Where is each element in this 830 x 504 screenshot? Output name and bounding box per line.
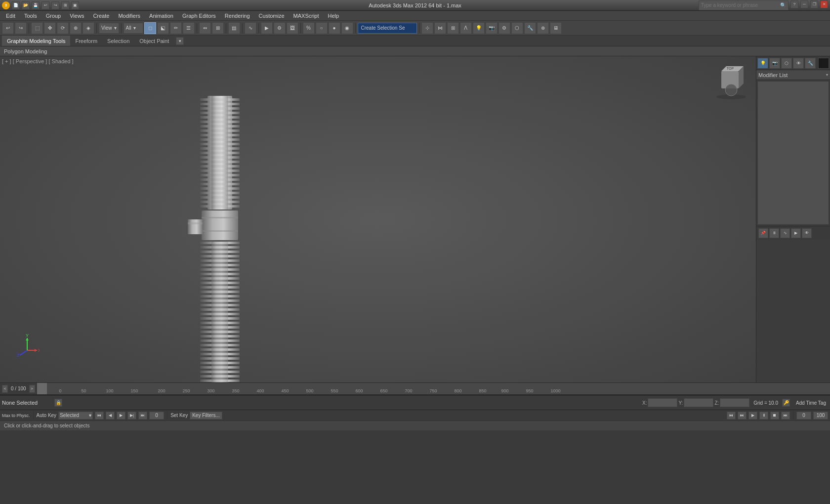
tl-next[interactable]: > [29,385,35,393]
tb-pct1[interactable]: % [303,22,315,34]
tb-render[interactable]: ▶ [261,22,273,34]
tb-scale[interactable]: ⊕ [70,22,82,34]
rp-icon-render[interactable]: ▶ [791,228,801,238]
tb-light[interactable]: 💡 [473,22,485,34]
frame-field[interactable] [149,412,164,420]
tl-prev[interactable]: < [2,385,8,393]
rp-icon-pin[interactable]: 📌 [758,228,768,238]
minimize-button[interactable]: ─ [800,0,808,8]
tb-redo-title[interactable]: ↪ [51,1,59,9]
anim-extra6[interactable]: ⏭ [781,412,790,420]
tb-more1[interactable]: ⊞ [61,1,69,9]
timeline-bar[interactable]: 0 50 100 150 200 250 300 350 400 450 500… [37,383,830,394]
anim-next-frame[interactable]: ▶| [127,412,136,420]
rp-color-swatch[interactable] [818,58,829,69]
modifier-list-area[interactable] [757,81,829,225]
tb-extra2[interactable]: ⬡ [511,22,523,34]
anim-extra2[interactable]: ⏭ [738,412,747,420]
menu-maxscript[interactable]: MAXScript [290,12,323,20]
key-filters-button[interactable]: Key Filters... [190,412,222,420]
menu-edit[interactable]: Edit [2,12,19,20]
gt-tab-graphite[interactable]: Graphite Modeling Tools [2,36,70,46]
anim-extra5[interactable]: ⏹ [770,412,779,420]
tb-move[interactable]: ✤ [44,22,56,34]
add-time-tag[interactable]: Add Time Tag [794,400,828,406]
rp-tab-display[interactable]: 👁 [793,58,804,69]
rp-tab-camera[interactable]: 📷 [769,58,780,69]
tb-pct4[interactable]: ◉ [341,22,353,34]
menu-customize[interactable]: Customize [255,12,289,20]
tb-camera[interactable]: 📷 [486,22,498,34]
tb-filter[interactable]: All ▾ [124,23,143,34]
gt-tab-object-paint[interactable]: Object Paint [134,36,174,46]
anim-to-end[interactable]: ⏭ [138,412,147,420]
tb-scale2[interactable]: ◈ [83,22,94,34]
modifier-list-arrow[interactable]: ▾ [826,73,828,77]
frame-field2[interactable] [796,412,811,420]
menu-create[interactable]: Create [89,12,113,20]
gt-tab-selection[interactable]: Selection [102,36,134,46]
tb-select-active[interactable]: ◻ [144,22,156,34]
tb-create-selection[interactable]: Create Selection Se [358,23,417,34]
anim-extra4[interactable]: ⏸ [759,412,768,420]
close-button[interactable]: ✕ [820,0,828,8]
menu-views[interactable]: Views [66,12,88,20]
tb-redo[interactable]: ↪ [15,22,27,34]
search-box[interactable]: 🔍 [699,0,788,10]
rp-tab-utils[interactable]: 🔧 [805,58,816,69]
tb-script[interactable]: Λ [460,22,472,34]
tb-snap2[interactable]: ⋈ [434,22,446,34]
z-field[interactable] [720,398,749,407]
rp-icon-show[interactable]: 👁 [802,228,812,238]
rp-tab-geo[interactable]: ⬡ [781,58,792,69]
anim-play[interactable]: ▶ [117,412,125,420]
x-field[interactable] [648,398,677,407]
tb-more2[interactable]: ▣ [71,1,79,9]
tb-extra5[interactable]: 🖥 [550,22,562,34]
rp-tab-light[interactable]: 💡 [757,58,768,69]
gt-tab-freeform[interactable]: Freeform [70,36,102,46]
help-icon[interactable]: ? [790,0,798,8]
tb-new[interactable]: 📄 [12,1,20,9]
tb-snap1[interactable]: ⊹ [421,22,433,34]
menu-graph-editors[interactable]: Graph Editors [178,12,220,20]
timeline-slider[interactable] [37,383,47,394]
tb-extra4[interactable]: ⊕ [537,22,549,34]
tb-array[interactable]: ⊞ [212,22,224,34]
key-icon[interactable]: 🔑 [782,399,790,407]
restore-button[interactable]: ❐ [810,0,818,8]
menu-help[interactable]: Help [324,12,343,20]
tb-save[interactable]: 💾 [32,1,40,9]
tb-curve[interactable]: ∿ [245,22,256,34]
gt-settings-icon[interactable]: ▾ [176,37,184,45]
y-field[interactable] [684,398,713,407]
main-viewport[interactable]: [ + ] [ Perspective ] [ Shaded ] [0,56,756,382]
orient-gizmo[interactable]: TOP [711,61,751,101]
tb-open[interactable]: 📂 [22,1,30,9]
anim-to-start[interactable]: ⏮ [95,412,104,420]
tb-render2[interactable]: ⚙ [274,22,286,34]
tb-rotate[interactable]: ⟳ [57,22,69,34]
tb-paint-sel[interactable]: ✏ [170,22,182,34]
tb-layer[interactable]: ▤ [228,22,240,34]
rp-icon-curve[interactable]: ∿ [780,228,790,238]
tb-extra1[interactable]: ⚙ [498,22,510,34]
menu-modifiers[interactable]: Modifiers [114,12,144,20]
tb-extra3[interactable]: 🔧 [524,22,536,34]
tb-snap3[interactable]: ⊞ [447,22,459,34]
tb-render3[interactable]: 🖼 [287,22,298,34]
search-input[interactable] [701,2,780,8]
auto-key-dropdown[interactable]: Selected ▾ [58,412,93,420]
tb-pct2[interactable]: ○ [316,22,328,34]
menu-rendering[interactable]: Rendering [221,12,254,20]
anim-extra1[interactable]: ⏮ [727,412,736,420]
tb-window-cross[interactable]: ⬕ [157,22,169,34]
tb-ref-coord[interactable]: View ▾ [99,23,119,34]
rp-icon-pause[interactable]: ⏸ [769,228,779,238]
tb-mirror[interactable]: ⇔ [199,22,211,34]
menu-tools[interactable]: Tools [20,12,41,20]
tb-undo[interactable]: ↩ [2,22,14,34]
frame-field3[interactable] [813,412,828,420]
tb-named-sel[interactable]: ☰ [183,22,195,34]
anim-extra3[interactable]: ▶ [748,412,757,420]
